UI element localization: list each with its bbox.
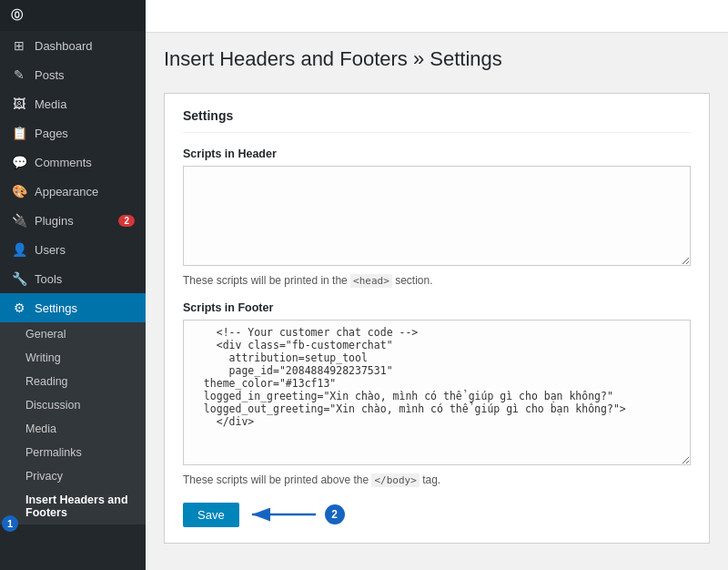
posts-icon: ✎ xyxy=(11,67,27,82)
main-content: Insert Headers and Footers » Settings Se… xyxy=(146,0,728,570)
sidebar-item-users[interactable]: 👤 Users xyxy=(0,235,146,264)
annotation-1-badge: 1 xyxy=(2,515,18,532)
submenu-privacy[interactable]: Privacy xyxy=(0,464,146,488)
settings-submenu: General Writing Reading Discussion Media… xyxy=(0,322,146,524)
page-title: Insert Headers and Footers » Settings xyxy=(164,47,710,71)
scripts-footer-label: Scripts in Footer xyxy=(183,301,691,314)
settings-box: Settings Scripts in Header These scripts… xyxy=(164,93,710,544)
sidebar: ⓪ ⊞ Dashboard ✎ Posts 🖼 Media 📋 Pages 💬 … xyxy=(0,0,146,570)
sidebar-label-tools: Tools xyxy=(35,272,62,286)
sidebar-label-pages: Pages xyxy=(35,127,68,140)
scripts-header-field: Scripts in Header These scripts will be … xyxy=(183,148,691,287)
pages-icon: 📋 xyxy=(11,126,27,140)
sidebar-item-dashboard[interactable]: ⊞ Dashboard xyxy=(0,31,146,60)
topbar xyxy=(146,0,728,33)
settings-icon: ⚙ xyxy=(11,300,27,315)
scripts-footer-field: Scripts in Footer These scripts will be … xyxy=(183,301,691,486)
page-title-bar: Insert Headers and Footers » Settings xyxy=(146,33,728,93)
dashboard-icon: ⊞ xyxy=(11,38,27,53)
save-button[interactable]: Save xyxy=(183,503,239,527)
content-area: Settings Scripts in Header These scripts… xyxy=(146,93,728,570)
sidebar-item-plugins[interactable]: 🔌 Plugins 2 xyxy=(0,206,146,235)
appearance-icon: 🎨 xyxy=(11,184,27,198)
plugins-icon: 🔌 xyxy=(11,213,27,228)
annotation-2-badge: 2 xyxy=(325,504,345,524)
comments-icon: 💬 xyxy=(11,155,27,169)
sidebar-item-pages[interactable]: 📋 Pages xyxy=(0,118,146,148)
plugins-badge: 2 xyxy=(118,215,135,227)
sidebar-item-appearance[interactable]: 🎨 Appearance xyxy=(0,177,146,206)
sidebar-item-posts[interactable]: ✎ Posts xyxy=(0,60,146,89)
save-row: Save 2 xyxy=(183,501,691,528)
scripts-header-label: Scripts in Header xyxy=(183,148,691,160)
sidebar-item-comments[interactable]: 💬 Comments xyxy=(0,148,146,177)
wp-logo-icon: ⓪ xyxy=(11,7,23,24)
users-icon: 👤 xyxy=(11,242,27,257)
scripts-header-textarea[interactable] xyxy=(183,166,691,266)
submenu-media[interactable]: Media xyxy=(0,417,146,441)
sidebar-label-posts: Posts xyxy=(35,68,65,82)
scripts-footer-note: These scripts will be printed above the … xyxy=(183,473,691,486)
tools-icon: 🔧 xyxy=(11,271,27,286)
settings-box-heading: Settings xyxy=(183,108,691,133)
submenu-insert-headers-footers[interactable]: Insert Headers and Footers 1 xyxy=(0,488,146,524)
sidebar-label-settings: Settings xyxy=(35,301,77,315)
sidebar-item-settings[interactable]: ⚙ Settings xyxy=(0,293,146,322)
submenu-writing[interactable]: Writing xyxy=(0,346,146,370)
submenu-reading[interactable]: Reading xyxy=(0,370,146,393)
sidebar-label-appearance: Appearance xyxy=(35,185,98,198)
sidebar-label-media: Media xyxy=(35,97,66,111)
sidebar-item-media[interactable]: 🖼 Media xyxy=(0,89,146,118)
media-icon: 🖼 xyxy=(11,97,27,111)
sidebar-label-users: Users xyxy=(35,243,66,257)
submenu-permalinks[interactable]: Permalinks xyxy=(0,441,146,464)
sidebar-label-plugins: Plugins xyxy=(35,214,74,228)
submenu-general[interactable]: General xyxy=(0,322,146,346)
sidebar-label-comments: Comments xyxy=(35,156,92,169)
submenu-discussion[interactable]: Discussion xyxy=(0,393,146,417)
scripts-footer-textarea[interactable] xyxy=(183,320,691,465)
sidebar-item-tools[interactable]: 🔧 Tools xyxy=(0,264,146,293)
sidebar-label-dashboard: Dashboard xyxy=(35,39,93,53)
wp-logo: ⓪ xyxy=(0,0,146,31)
scripts-header-note: These scripts will be printed in the <he… xyxy=(183,274,691,287)
save-arrow xyxy=(243,501,325,528)
